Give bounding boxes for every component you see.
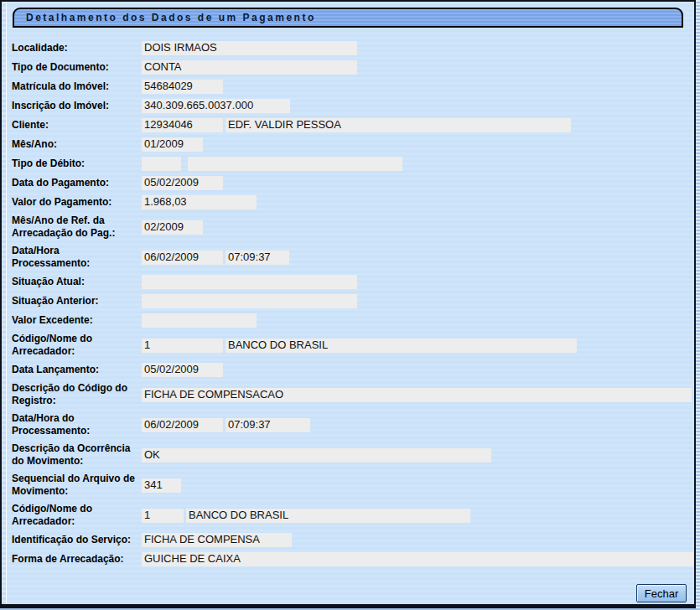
field-value: GUICHE DE CAIXA xyxy=(142,552,693,566)
field-value: 12934046 xyxy=(142,118,223,132)
field-value xyxy=(142,157,181,171)
field-value: 340.309.665.0037.000 xyxy=(142,99,290,113)
field-label: Descrição do Código do Registro: xyxy=(12,382,142,407)
field-value: 02/2009 xyxy=(142,220,203,235)
field-label: Inscrição do Imóvel: xyxy=(12,100,142,112)
field-value: 1 xyxy=(142,339,223,353)
field-value xyxy=(188,157,402,171)
field-value: 341 xyxy=(142,478,181,493)
form-row: Cliente:12934046EDF. VALDIR PESSOA xyxy=(12,118,697,132)
dialog-content: Detalhamento dos Dados de um Pagamento L… xyxy=(6,2,694,604)
field-label: Valor do Pagamento: xyxy=(12,196,142,209)
field-label: Localidade: xyxy=(12,42,142,54)
field-value: 05/02/2009 xyxy=(142,176,223,190)
form-row: Mês/Ano:01/2009 xyxy=(12,137,697,152)
field-value: 06/02/2009 xyxy=(142,418,223,432)
field-value: DOIS IRMAOS xyxy=(142,41,357,55)
form-row: Identificação do Serviço:FICHA DE COMPEN… xyxy=(12,533,697,547)
field-value: 1.968,03 xyxy=(142,195,257,209)
form-row: Valor do Pagamento:1.968,03 xyxy=(12,195,697,209)
form-row: Código/Nome do Arrecadador:1BANCO DO BRA… xyxy=(12,333,697,358)
payment-form: Localidade:DOIS IRMAOSTipo de Documento:… xyxy=(12,41,697,571)
field-value xyxy=(142,294,357,308)
form-row: Situação Atual: xyxy=(12,275,697,289)
form-row: Situação Anterior: xyxy=(12,294,697,308)
field-label: Cliente: xyxy=(12,119,142,132)
field-value: 07:09:37 xyxy=(226,251,289,265)
dialog-title: Detalhamento dos Dados de um Pagamento xyxy=(26,12,316,23)
field-label: Mês/Ano: xyxy=(12,138,142,151)
form-row: Sequencial do Arquivo de Movimento:341 xyxy=(12,473,697,498)
form-row: Descrição da Ocorrência do Movimento:OK xyxy=(12,442,697,468)
fechar-button[interactable]: Fechar xyxy=(636,584,687,602)
field-label: Data do Pagamento: xyxy=(12,177,142,189)
form-row: Forma de Arrecadação:GUICHE DE CAIXA xyxy=(12,552,697,566)
field-label: Sequencial do Arquivo de Movimento: xyxy=(12,473,142,498)
form-row: Tipo de Documento:CONTA xyxy=(12,60,697,75)
field-label: Código/Nome do Arrecadador: xyxy=(12,503,142,528)
field-value: 07:09:37 xyxy=(226,418,310,432)
form-row: Mês/Ano de Ref. da Arrecadação do Pag.:0… xyxy=(12,215,697,240)
field-value: 05/02/2009 xyxy=(142,363,223,377)
field-value: BANCO DO BRASIL xyxy=(186,509,470,523)
field-label: Descrição da Ocorrência do Movimento: xyxy=(12,442,142,468)
field-value: CONTA xyxy=(142,60,357,75)
field-value: FICHA DE COMPENSACAO xyxy=(142,388,692,402)
form-row: Código/Nome do Arrecadador:1BANCO DO BRA… xyxy=(12,503,697,528)
field-value: OK xyxy=(142,448,491,463)
field-value: 54684029 xyxy=(142,80,223,94)
field-label: Situação Atual: xyxy=(12,276,142,288)
field-label: Código/Nome do Arrecadador: xyxy=(12,333,142,358)
field-label: Data/Hora Processamento: xyxy=(12,245,142,270)
field-value: 01/2009 xyxy=(142,137,203,152)
field-label: Mês/Ano de Ref. da Arrecadação do Pag.: xyxy=(12,215,142,240)
form-row: Data/Hora do Processamento:06/02/200907:… xyxy=(12,412,697,437)
field-label: Data Lançamento: xyxy=(12,364,142,376)
field-label: Tipo de Documento: xyxy=(12,61,142,74)
field-label: Identificação do Serviço: xyxy=(12,534,142,546)
form-row: Descrição do Código do Registro:FICHA DE… xyxy=(12,382,697,407)
field-label: Data/Hora do Processamento: xyxy=(12,412,142,437)
dialog-window: Detalhamento dos Dados de um Pagamento L… xyxy=(0,0,696,608)
field-label: Situação Anterior: xyxy=(12,295,142,308)
form-row: Valor Excedente: xyxy=(12,313,697,328)
field-value: EDF. VALDIR PESSOA xyxy=(226,118,571,132)
form-row: Matrícula do Imóvel:54684029 xyxy=(12,80,697,94)
field-label: Forma de Arrecadação: xyxy=(12,553,142,566)
field-label: Tipo de Débito: xyxy=(12,158,142,170)
field-value xyxy=(142,313,257,328)
dialog-title-bar: Detalhamento dos Dados de um Pagamento xyxy=(13,8,683,28)
form-row: Data Lançamento:05/02/2009 xyxy=(12,363,697,377)
form-row: Tipo de Débito: xyxy=(12,157,697,171)
field-value: 06/02/2009 xyxy=(142,251,223,265)
form-row: Data do Pagamento:05/02/2009 xyxy=(12,176,697,190)
form-row: Data/Hora Processamento:06/02/200907:09:… xyxy=(12,245,697,270)
form-row: Inscrição do Imóvel:340.309.665.0037.000 xyxy=(12,99,697,113)
field-value: BANCO DO BRASIL xyxy=(226,339,577,353)
field-label: Matrícula do Imóvel: xyxy=(12,80,142,93)
field-label: Valor Excedente: xyxy=(12,314,142,327)
field-value xyxy=(142,275,357,289)
field-value: FICHA DE COMPENSA xyxy=(142,533,292,547)
form-row: Localidade:DOIS IRMAOS xyxy=(12,41,697,55)
field-value: 1 xyxy=(142,509,184,523)
